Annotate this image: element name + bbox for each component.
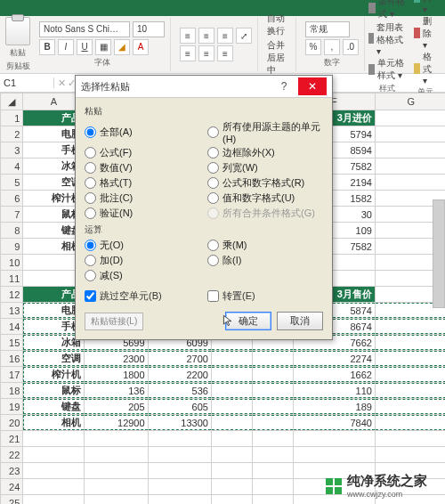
bold-button[interactable]: B — [39, 39, 55, 55]
cell[interactable]: 相机 — [23, 415, 85, 431]
font-size-select[interactable]: 10 — [133, 21, 165, 37]
cell[interactable] — [211, 431, 252, 447]
table-row[interactable]: 20相机12900133007840 — [1, 415, 446, 431]
cell[interactable] — [211, 463, 252, 479]
cell[interactable] — [375, 431, 445, 447]
close-button[interactable]: ✕ — [298, 77, 327, 95]
op-radio[interactable] — [207, 269, 323, 282]
cell[interactable] — [375, 159, 445, 175]
op-radio[interactable]: 无(O) — [85, 239, 200, 252]
cell[interactable] — [211, 383, 252, 399]
row-header[interactable]: 22 — [1, 447, 23, 463]
paste-radio[interactable]: 值和数字格式(U) — [207, 191, 323, 205]
cell[interactable] — [252, 447, 293, 463]
cell[interactable] — [252, 351, 293, 367]
font-name-select[interactable]: Noto Sans S Chi… — [39, 21, 130, 37]
cell[interactable] — [85, 447, 148, 463]
cell[interactable] — [252, 479, 293, 495]
col-G[interactable]: G — [375, 93, 445, 110]
vertical-scrollbar-thumb[interactable] — [433, 199, 445, 308]
row-header[interactable]: 11 — [1, 271, 23, 287]
cell[interactable] — [293, 431, 375, 447]
cell[interactable]: 205 — [85, 399, 148, 415]
orientation[interactable]: ⤢ — [236, 28, 252, 44]
row-header[interactable]: 2 — [1, 126, 23, 142]
row-header[interactable]: 14 — [1, 319, 23, 335]
cell[interactable] — [375, 126, 445, 142]
cell[interactable] — [375, 415, 445, 431]
paste-radio[interactable]: 验证(N) — [85, 207, 200, 220]
currency-btn[interactable]: % — [305, 39, 321, 55]
wrap-text[interactable]: 自动换行 — [267, 12, 290, 37]
transpose-checkbox[interactable]: 转置(E) — [207, 289, 323, 303]
paste-radio[interactable]: 公式(F) — [85, 146, 200, 159]
row-header[interactable]: 15 — [1, 335, 23, 351]
cell[interactable] — [85, 479, 148, 495]
row-header[interactable]: 16 — [1, 351, 23, 367]
cell[interactable] — [252, 415, 293, 431]
align-bot[interactable]: ≡ — [217, 28, 233, 44]
op-radio[interactable]: 加(D) — [85, 254, 200, 267]
cell[interactable] — [375, 399, 445, 415]
cell[interactable] — [375, 110, 445, 126]
insert-cells[interactable]: 插入 ▾ — [414, 0, 436, 14]
cell[interactable]: 7840 — [293, 415, 375, 431]
op-radio[interactable]: 乘(M) — [207, 239, 323, 252]
cell[interactable]: 2274 — [293, 351, 375, 367]
cell[interactable] — [85, 495, 148, 505]
cell[interactable] — [211, 351, 252, 367]
cell[interactable]: 榨汁机 — [23, 367, 85, 383]
align-mid[interactable]: ≡ — [198, 28, 214, 44]
merge-center[interactable]: 合并后居中 — [267, 39, 290, 77]
skip-blanks-checkbox[interactable]: 跳过空单元(B) — [85, 289, 200, 303]
cell[interactable] — [23, 495, 85, 505]
table-format[interactable]: 套用表格格式 ▾ — [368, 21, 407, 56]
cell[interactable] — [375, 335, 445, 351]
cell[interactable]: 136 — [85, 383, 148, 399]
cell[interactable] — [252, 431, 293, 447]
align-right[interactable]: ≡ — [217, 45, 233, 61]
dialog-titlebar[interactable]: 选择性粘贴 ? ✕ — [76, 76, 332, 98]
delete-cells[interactable]: 删除 ▾ — [414, 15, 436, 50]
paste-link-button[interactable]: 粘贴链接(L) — [85, 313, 143, 330]
cell[interactable]: 13300 — [148, 415, 211, 431]
cell[interactable]: 1662 — [293, 367, 375, 383]
row-header[interactable]: 17 — [1, 367, 23, 383]
cell[interactable] — [252, 495, 293, 505]
align-left[interactable]: ≡ — [180, 45, 196, 61]
row-header[interactable]: 20 — [1, 415, 23, 431]
paste-radio[interactable]: 批注(C) — [85, 191, 200, 205]
inc-dec-btn[interactable]: .0 — [343, 39, 359, 55]
cell[interactable] — [375, 447, 445, 463]
table-row[interactable]: 17榨汁机180022001662 — [1, 367, 446, 383]
cell[interactable] — [211, 367, 252, 383]
cell[interactable] — [252, 383, 293, 399]
row-header[interactable]: 6 — [1, 191, 23, 207]
cell[interactable] — [375, 142, 445, 159]
cell[interactable] — [293, 447, 375, 463]
row-header[interactable]: 24 — [1, 479, 23, 495]
cell[interactable] — [252, 367, 293, 383]
cell[interactable] — [375, 351, 445, 367]
row-header[interactable]: 8 — [1, 223, 23, 239]
cell[interactable] — [252, 399, 293, 415]
paste-radio[interactable]: 边框除外(X) — [207, 146, 323, 159]
cond-format[interactable]: 条件格式 ▾ — [368, 0, 407, 20]
row-header[interactable]: 12 — [1, 287, 23, 303]
cell[interactable] — [148, 495, 211, 505]
cell[interactable]: 536 — [148, 383, 211, 399]
cell[interactable] — [211, 447, 252, 463]
underline-button[interactable]: U — [77, 39, 93, 55]
paste-radio[interactable]: 所有合并条件格式(G) — [207, 207, 323, 220]
cell[interactable] — [375, 319, 445, 335]
align-center[interactable]: ≡ — [198, 45, 214, 61]
paste-radio[interactable]: 数值(V) — [85, 161, 200, 175]
row-header[interactable]: 18 — [1, 383, 23, 399]
cell[interactable]: 605 — [148, 399, 211, 415]
table-row[interactable]: 16空调230027002274 — [1, 351, 446, 367]
cell[interactable]: 2200 — [148, 367, 211, 383]
table-row[interactable]: 21 — [1, 431, 446, 447]
row-header[interactable]: 23 — [1, 463, 23, 479]
op-radio[interactable]: 除(I) — [207, 254, 323, 267]
table-row[interactable]: 19键盘205605189 — [1, 399, 446, 415]
